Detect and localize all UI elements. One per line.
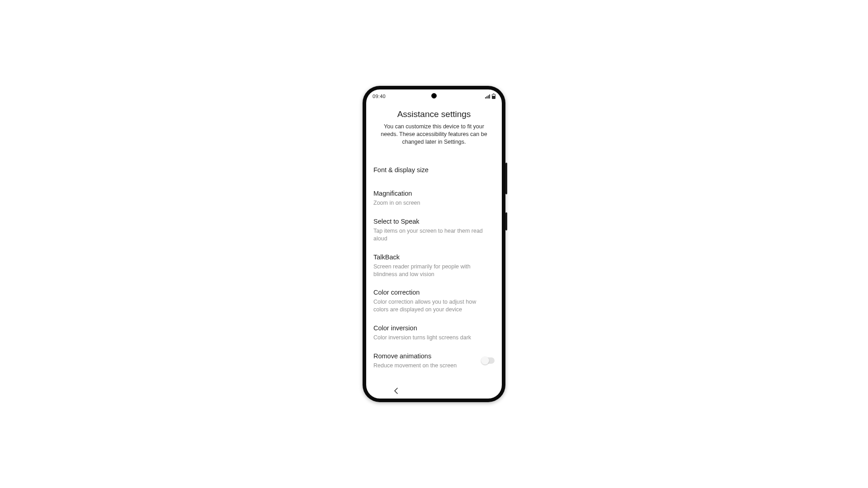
settings-item-title: TalkBack — [373, 253, 495, 262]
settings-item-title: Color inversion — [373, 324, 495, 333]
settings-item-title: Color correction — [373, 288, 495, 297]
status-time: 09:40 — [373, 94, 386, 99]
settings-item-title: Font & display size — [373, 166, 495, 174]
settings-item-title: Romove animations — [373, 352, 476, 361]
back-button[interactable] — [391, 385, 401, 396]
toggle-knob — [481, 357, 489, 365]
battery-icon — [492, 94, 495, 99]
settings-item-desc: Tap items on your screen to hear them re… — [373, 227, 495, 243]
settings-item-talkback[interactable]: TalkBack Screen reader primarily for peo… — [373, 249, 495, 284]
page-title: Assistance settings — [373, 109, 495, 119]
settings-item-desc: Screen reader primarily for people with … — [373, 263, 495, 278]
phone-screen: 09:40 Assistance settings You can custom… — [366, 89, 502, 399]
settings-item-color-inversion[interactable]: Color inversion Color inversion turns li… — [373, 319, 495, 347]
navigation-bar — [366, 383, 502, 399]
settings-item-title: Select to Speak — [373, 217, 495, 226]
phone-side-button — [505, 212, 507, 230]
settings-item-title: Magnification — [373, 189, 495, 198]
page-subtitle: You can customize this device to fit you… — [373, 123, 495, 146]
settings-item-magnification[interactable]: Magnification Zoom in on screen — [373, 185, 495, 213]
settings-item-remove-animations[interactable]: Romove animations Reduce movement on the… — [373, 347, 495, 375]
phone-side-button — [505, 163, 507, 194]
settings-item-select-to-speak[interactable]: Select to Speak Tap items on your screen… — [373, 213, 495, 249]
page-content: Assistance settings You can customize th… — [366, 103, 502, 383]
camera-hole — [431, 93, 437, 99]
settings-item-font-display-size[interactable]: Font & display size — [373, 161, 495, 185]
settings-item-color-correction[interactable]: Color correction Color correction allows… — [373, 284, 495, 319]
settings-list: Font & display size Magnification Zoom i… — [373, 161, 495, 375]
phone-frame: 09:40 Assistance settings You can custom… — [363, 86, 505, 402]
remove-animations-toggle[interactable] — [481, 357, 495, 364]
settings-item-desc: Color inversion turns light screens dark — [373, 334, 495, 342]
signal-icon — [485, 94, 490, 99]
status-icons — [485, 94, 495, 99]
settings-item-desc: Reduce movement on the screen — [373, 362, 476, 370]
settings-item-desc: Color correction allows you to adjust ho… — [373, 298, 495, 314]
chevron-left-icon — [394, 387, 398, 394]
settings-item-desc: Zoom in on screen — [373, 199, 495, 207]
